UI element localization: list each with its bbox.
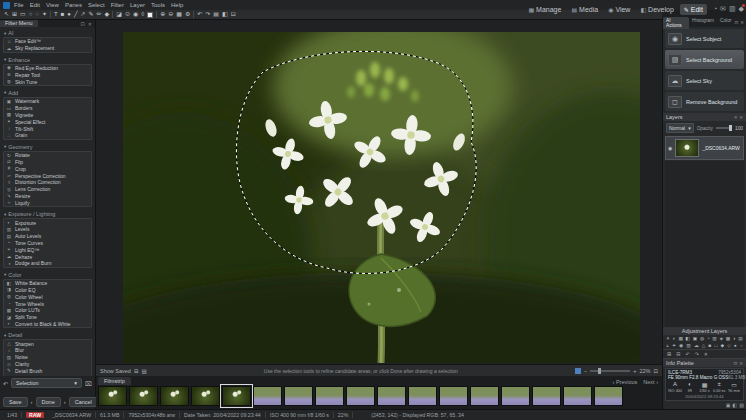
adjustment-layer-icon[interactable]: ◉ xyxy=(679,343,683,348)
filter-menu-item[interactable]: △ Sharpen xyxy=(4,340,91,347)
blend-mode-select[interactable]: Normal▾ xyxy=(666,123,694,133)
filter-menu-item[interactable]: ☀ Light EQ™ xyxy=(4,246,91,253)
adjustment-layer-icon[interactable]: □ xyxy=(715,343,718,348)
polygon-tool-icon[interactable]: ◆ xyxy=(105,10,110,19)
mode-button[interactable]: ◧ Develop xyxy=(636,4,677,15)
filter-menu-item[interactable]: ▦ Color LUTs xyxy=(4,307,91,314)
filmstrip-thumbnail[interactable] xyxy=(160,386,189,406)
done-button[interactable]: Done xyxy=(36,397,61,407)
fit-image-icon[interactable]: ⊡ xyxy=(653,368,658,374)
delete-selection-icon[interactable]: ⌧ xyxy=(85,380,92,387)
filter-menu-item[interactable]: ◨ Color EQ xyxy=(4,287,91,294)
panel-options-icon[interactable]: ▨ xyxy=(739,402,744,408)
pencil-tool-icon[interactable]: ✎ xyxy=(89,10,94,19)
brush-tool-icon[interactable]: ✏ xyxy=(97,10,102,19)
filter-menu-item[interactable]: ◉ Red Eye Reduction xyxy=(4,65,91,72)
close-panel-icon[interactable]: ✕ xyxy=(88,21,92,27)
filmstrip-thumbnail[interactable] xyxy=(377,386,406,406)
close-panel-icon[interactable]: ✕ xyxy=(739,361,743,366)
adjustment-layer-icon[interactable]: ◇ xyxy=(727,343,731,348)
filter-menu-item[interactable]: ≈ Liquify xyxy=(4,199,91,206)
filter-menu-item[interactable]: ◇ Clarity xyxy=(4,361,91,368)
mode-button[interactable]: ◉ View xyxy=(604,4,634,15)
filter-menu-item[interactable]: ◍ Skin Tune xyxy=(4,78,91,85)
filter-menu-item[interactable]: ⇄ Flip xyxy=(4,159,91,166)
layer-visibility-icon[interactable]: ◉ xyxy=(668,145,672,151)
adjustment-footer-icon[interactable]: ✕ xyxy=(704,351,708,357)
adjustment-layer-icon[interactable]: ● xyxy=(734,343,737,348)
adjustment-layer-icon[interactable]: ◈ xyxy=(719,336,723,341)
lasso-select-icon[interactable]: ◌ xyxy=(35,10,39,19)
zoom-out-icon[interactable]: ⊖ xyxy=(168,10,173,19)
color-picker-icon[interactable]: ◊ xyxy=(141,10,144,19)
photo-garlic-mustard-flower[interactable] xyxy=(123,32,640,363)
text-tool-icon[interactable]: T xyxy=(54,10,58,19)
previous-button[interactable]: ‹ Previous xyxy=(613,379,638,385)
filter-menu-item[interactable]: ◐ Convert to Black & White xyxy=(4,321,91,328)
next-image-icon[interactable]: › xyxy=(64,399,66,405)
filter-section-header[interactable]: ▾ Geometry xyxy=(3,143,92,151)
menu-item[interactable]: File xyxy=(14,2,24,8)
filter-menu-item[interactable]: ◧ White Balance xyxy=(4,280,91,287)
mode-button[interactable]: ▤ Media xyxy=(567,4,602,15)
undo-icon[interactable]: ↶ xyxy=(197,10,202,19)
filter-menu-item[interactable]: ◪ Split Tone xyxy=(4,314,91,321)
menu-item[interactable]: Help xyxy=(171,2,183,8)
stats-icon[interactable]: ▥ xyxy=(729,5,736,13)
ai-action-button[interactable]: ◉ Select Subject xyxy=(665,29,744,48)
filmstrip-thumbnail[interactable] xyxy=(408,386,437,406)
adjustment-layer-icon[interactable]: ▣ xyxy=(693,336,698,341)
line-tool-icon[interactable]: ╱ xyxy=(74,10,78,19)
opacity-slider[interactable] xyxy=(716,127,732,129)
filter-menu-item[interactable]: ▩ Vignette xyxy=(4,112,91,119)
filmstrip-thumbnail[interactable] xyxy=(98,386,127,406)
ellipse-shape-icon[interactable]: ● xyxy=(67,10,71,19)
filmstrip-thumbnail[interactable] xyxy=(501,386,530,406)
filter-menu-item[interactable]: ✎ Detail Brush xyxy=(4,367,91,374)
filter-menu-item[interactable]: ◔ Tone Wheels xyxy=(4,300,91,307)
menu-item[interactable]: Edit xyxy=(30,2,40,8)
filter-menu-item[interactable]: ⊕ Repair Tool xyxy=(4,71,91,78)
previous-image-icon[interactable]: ‹ xyxy=(31,399,33,405)
ai-action-button[interactable]: ▨ Select Background xyxy=(665,50,744,69)
menu-item[interactable]: View xyxy=(46,2,59,8)
filmstrip-thumbnail[interactable] xyxy=(532,386,561,406)
filmstrip-thumbnail[interactable] xyxy=(253,386,282,406)
filter-menu-item[interactable]: ◎ Lens Correction xyxy=(4,186,91,193)
adjustment-layer-icon[interactable]: ◆ xyxy=(720,343,724,348)
close-panel-icon[interactable]: ✕ xyxy=(739,115,743,120)
select-tool-icon[interactable]: ↖ xyxy=(4,10,9,19)
panel-layout-icon[interactable]: ▣ xyxy=(726,402,731,408)
filter-menu-item[interactable]: ~ Tone Curves xyxy=(4,240,91,247)
adjustment-layer-icon[interactable]: ▦ xyxy=(678,336,683,341)
filter-menu-item[interactable]: ▥ Levels xyxy=(4,226,91,233)
activity-icon[interactable]: ◔ xyxy=(713,5,717,13)
adjustment-layer-icon[interactable]: ◔ xyxy=(707,336,710,341)
settings-icon[interactable]: ⚙ xyxy=(185,10,190,19)
separator[interactable] xyxy=(112,11,113,18)
heal-tool-icon[interactable]: ◉ xyxy=(133,10,138,19)
messages-icon[interactable]: ✉ xyxy=(720,5,726,13)
filmstrip-thumbnail[interactable] xyxy=(346,386,375,406)
filter-menu-item[interactable]: ◍ Color Wheel xyxy=(4,293,91,300)
filter-section-header[interactable]: ▾ Color xyxy=(3,271,92,279)
shape-tool-icon[interactable]: ■ xyxy=(61,10,65,19)
navigator-icon[interactable] xyxy=(575,368,581,374)
adjustment-layer-icon[interactable]: ◑ xyxy=(733,336,736,341)
adjustment-layer-icon[interactable]: ▤ xyxy=(738,336,743,341)
adjustment-layer-icon[interactable]: ✦ xyxy=(672,343,676,348)
notifications-icon[interactable]: ◆ xyxy=(739,5,744,13)
menu-item[interactable]: Panes xyxy=(65,2,82,8)
filter-section-header[interactable]: ▾ Detail xyxy=(3,331,92,339)
adjustment-layer-icon[interactable]: ▩ xyxy=(726,336,731,341)
adjustment-layer-icon[interactable]: ◧ xyxy=(686,336,691,341)
filter-menu-tab[interactable]: Filter Menu xyxy=(0,19,38,27)
separator[interactable] xyxy=(193,11,194,18)
filmstrip-thumbnail[interactable] xyxy=(470,386,499,406)
filter-menu-item[interactable]: ↕ Tilt-Shift xyxy=(4,125,91,132)
filter-menu-item[interactable]: ◑ Dodge and Burn xyxy=(4,260,91,267)
histogram-toggle-icon[interactable]: ▤ xyxy=(142,368,147,374)
pin-panel-icon[interactable]: ⊡ xyxy=(81,21,85,27)
compare-icon[interactable]: ◧ xyxy=(222,10,228,19)
zoom-level[interactable]: 22% xyxy=(639,368,650,374)
